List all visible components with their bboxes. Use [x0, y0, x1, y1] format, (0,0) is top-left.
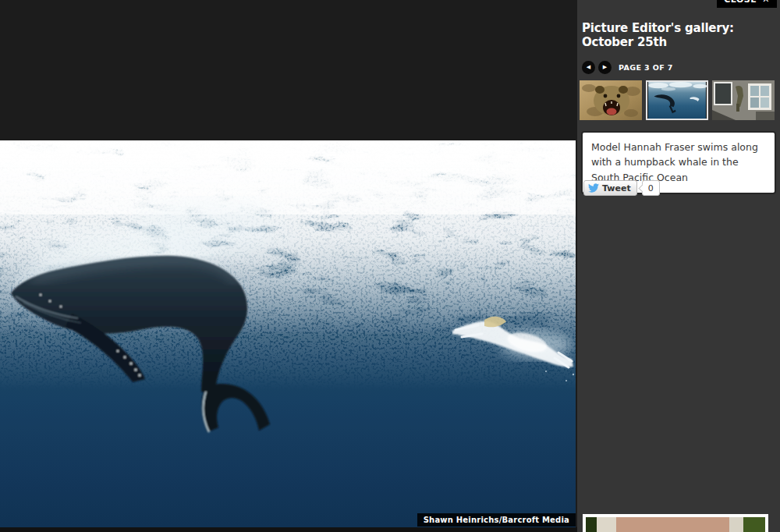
page-indicator: PAGE 3 OF 7 — [619, 63, 673, 72]
gallery-title: Picture Editor's gallery: October 25th — [582, 21, 766, 50]
stage-bottom-strip — [0, 527, 577, 532]
tweet-button[interactable]: Tweet — [583, 180, 637, 196]
tweet-button-label: Tweet — [602, 183, 631, 193]
close-button[interactable]: CLOSE ✕ — [717, 0, 777, 8]
tweet-widget: Tweet 0 — [583, 180, 660, 196]
tweet-count[interactable]: 0 — [642, 180, 660, 196]
underwater-scene-art — [0, 140, 576, 527]
main-photo: Shawn Heinrichs/Barcroft Media — [0, 140, 576, 527]
photo-stage: Shawn Heinrichs/Barcroft Media — [0, 0, 577, 532]
prev-arrow-icon: ◀ — [587, 65, 590, 70]
thumbnail-hyena[interactable] — [580, 80, 642, 120]
twitter-bird-icon — [588, 183, 599, 193]
prev-page-button[interactable]: ◀ — [582, 61, 595, 74]
thumbnail-soldier-window[interactable] — [712, 80, 775, 120]
photo-credit: Shawn Heinrichs/Barcroft Media — [417, 513, 576, 527]
next-gallery-peek[interactable] — [583, 514, 768, 532]
close-icon: ✕ — [762, 0, 770, 5]
pager: ◀ ▶ PAGE 3 OF 7 — [582, 61, 673, 74]
gallery-overlay: Shawn Heinrichs/Barcroft Media CLOSE ✕ P… — [0, 0, 780, 532]
thumbnail-whale-selected[interactable] — [646, 80, 708, 120]
thumbnail-strip — [580, 80, 775, 120]
peek-image — [586, 517, 765, 532]
close-button-label: CLOSE — [724, 0, 757, 5]
gallery-sidebar: CLOSE ✕ Picture Editor's gallery: Octobe… — [577, 0, 780, 532]
next-arrow-icon: ▶ — [603, 65, 607, 70]
next-page-button[interactable]: ▶ — [598, 61, 612, 74]
